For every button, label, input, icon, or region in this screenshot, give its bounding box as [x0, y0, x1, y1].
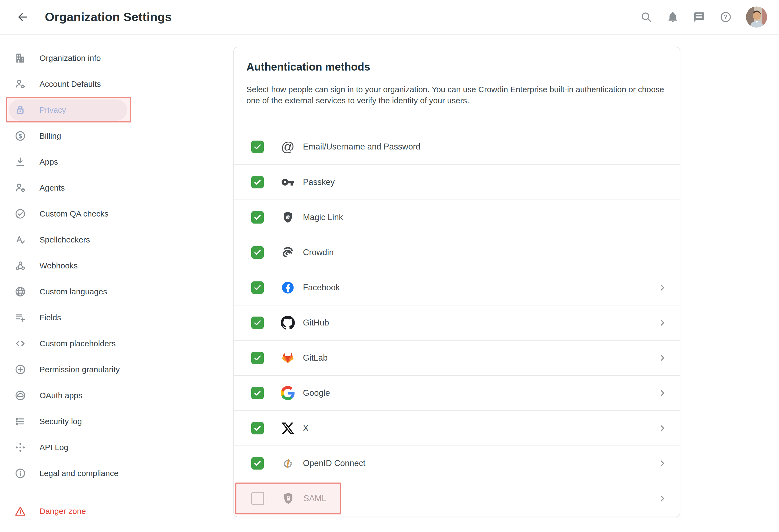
api-diamonds-icon	[14, 441, 26, 454]
gitlab-checkbox[interactable]	[251, 352, 264, 364]
chat-icon	[693, 11, 705, 23]
openid-logo-icon	[280, 456, 295, 471]
sidebar-item-label: Permission granularity	[40, 365, 120, 374]
sidebar-item-spellcheckers[interactable]: Spellcheckers	[0, 227, 152, 253]
code-brackets-icon	[14, 337, 26, 350]
search-icon	[640, 11, 652, 23]
messages-button[interactable]	[693, 11, 706, 23]
search-button[interactable]	[640, 11, 652, 23]
download-icon	[14, 156, 26, 168]
auth-method-list: @ Email/Username and Password Passkey Ma…	[234, 129, 680, 516]
back-button[interactable]	[16, 10, 30, 24]
chevron-right-icon[interactable]	[658, 388, 667, 398]
warning-triangle-icon	[14, 505, 26, 517]
auth-method-label: Facebook	[303, 283, 340, 292]
auth-row-openid-connect[interactable]: OpenID Connect	[234, 446, 680, 481]
chevron-right-icon[interactable]	[658, 493, 667, 503]
sidebar-item-label: Fields	[40, 313, 61, 322]
card-title: Authentication methods	[246, 61, 667, 73]
magic-link-checkbox[interactable]	[251, 211, 264, 223]
plus-circle-icon	[14, 363, 26, 376]
cloud-circle-icon	[14, 389, 26, 402]
sidebar-item-label: Security log	[40, 417, 82, 426]
sidebar-item-label: Billing	[40, 131, 61, 141]
sidebar-item-api-log[interactable]: API Log	[0, 435, 152, 460]
sidebar-item-organization-info[interactable]: Organization info	[0, 45, 152, 71]
building-icon	[14, 52, 26, 64]
auth-method-label: GitHub	[303, 318, 329, 328]
help-button[interactable]: ?	[719, 11, 732, 23]
auth-row-x[interactable]: X	[234, 410, 680, 446]
sidebar-item-label: Agents	[40, 183, 65, 193]
auth-row-passkey[interactable]: Passkey	[234, 164, 680, 200]
github-checkbox[interactable]	[251, 317, 264, 329]
dollar-circle-icon: $	[14, 130, 26, 142]
sidebar-item-oauth-apps[interactable]: OAuth apps	[0, 383, 152, 408]
sidebar-item-label: Account Defaults	[40, 79, 101, 89]
lock-icon	[14, 104, 26, 116]
info-circle-icon	[14, 467, 26, 479]
sidebar-item-danger-zone[interactable]: Danger zone	[0, 498, 152, 524]
google-checkbox[interactable]	[251, 387, 264, 399]
sidebar-item-custom-qa-checks[interactable]: Custom QA checks	[0, 201, 152, 227]
settings-sidebar: Organization info Account Defaults Priva…	[0, 35, 152, 524]
auth-method-label: Passkey	[303, 177, 335, 187]
sidebar-item-account-defaults[interactable]: Account Defaults	[0, 71, 152, 97]
sidebar-item-label: Organization info	[40, 54, 101, 63]
x-logo-icon	[280, 421, 295, 436]
auth-row-gitlab[interactable]: GitLab	[234, 340, 680, 375]
organization-settings-page: Organization Settings	[0, 0, 779, 532]
auth-method-label: Email/Username and Password	[303, 142, 420, 152]
auth-row-google[interactable]: Google	[234, 375, 680, 410]
facebook-logo-icon	[280, 280, 295, 295]
sidebar-item-apps[interactable]: Apps	[0, 149, 152, 175]
auth-row-magic-link[interactable]: Magic Link	[234, 200, 680, 235]
chevron-right-icon[interactable]	[658, 318, 667, 328]
openid-checkbox[interactable]	[251, 457, 264, 470]
sidebar-item-permission-granularity[interactable]: Permission granularity	[0, 356, 152, 383]
user-avatar[interactable]	[746, 6, 767, 27]
person-cube-icon	[14, 182, 26, 194]
saml-checkbox[interactable]	[251, 492, 264, 505]
sidebar-item-billing[interactable]: $ Billing	[0, 123, 152, 149]
chevron-right-icon[interactable]	[658, 459, 667, 468]
sidebar-item-security-log[interactable]: Security log	[0, 408, 152, 435]
auth-row-github[interactable]: GitHub	[234, 305, 680, 340]
notifications-button[interactable]	[666, 11, 679, 23]
top-app-bar: Organization Settings	[0, 0, 779, 35]
auth-row-facebook[interactable]: Facebook	[234, 270, 680, 305]
auth-row-email-password[interactable]: @ Email/Username and Password	[234, 129, 680, 164]
gitlab-logo-icon	[280, 350, 295, 365]
sidebar-item-fields[interactable]: Fields	[0, 305, 152, 331]
sidebar-item-custom-placeholders[interactable]: Custom placeholders	[0, 331, 152, 356]
globe-icon	[14, 285, 26, 298]
facebook-checkbox[interactable]	[251, 281, 264, 294]
x-checkbox[interactable]	[251, 422, 264, 435]
email-password-checkbox[interactable]	[251, 141, 264, 153]
sidebar-item-legal-and-compliance[interactable]: Legal and compliance	[0, 460, 152, 486]
spellcheck-icon	[14, 234, 26, 246]
sidebar-item-agents[interactable]: Agents	[0, 175, 152, 201]
sidebar-item-privacy[interactable]: Privacy	[0, 97, 152, 123]
crowdin-checkbox[interactable]	[251, 246, 264, 259]
sidebar-item-custom-languages[interactable]: Custom languages	[0, 279, 152, 305]
auth-row-saml[interactable]: SAML	[234, 481, 680, 516]
sidebar-item-label: Spellcheckers	[40, 235, 90, 244]
page-title: Organization Settings	[45, 10, 172, 24]
chevron-right-icon[interactable]	[658, 283, 667, 292]
auth-row-crowdin[interactable]: Crowdin	[234, 235, 680, 270]
sidebar-item-webhooks[interactable]: Webhooks	[0, 253, 152, 279]
arrow-back-icon	[16, 11, 29, 23]
github-logo-icon	[280, 315, 295, 330]
person-gear-icon	[14, 78, 26, 90]
sidebar-item-label: Custom placeholders	[40, 339, 116, 348]
svg-text:?: ?	[724, 13, 728, 20]
auth-method-label: GitLab	[303, 353, 327, 363]
chevron-right-icon[interactable]	[658, 423, 667, 433]
sidebar-item-label: Apps	[40, 157, 58, 167]
sidebar-item-label: Legal and compliance	[40, 469, 118, 478]
authentication-methods-card: Authentication methods Select how people…	[233, 47, 680, 517]
google-logo-icon	[280, 386, 295, 401]
chevron-right-icon[interactable]	[658, 353, 667, 363]
passkey-checkbox[interactable]	[251, 176, 264, 188]
